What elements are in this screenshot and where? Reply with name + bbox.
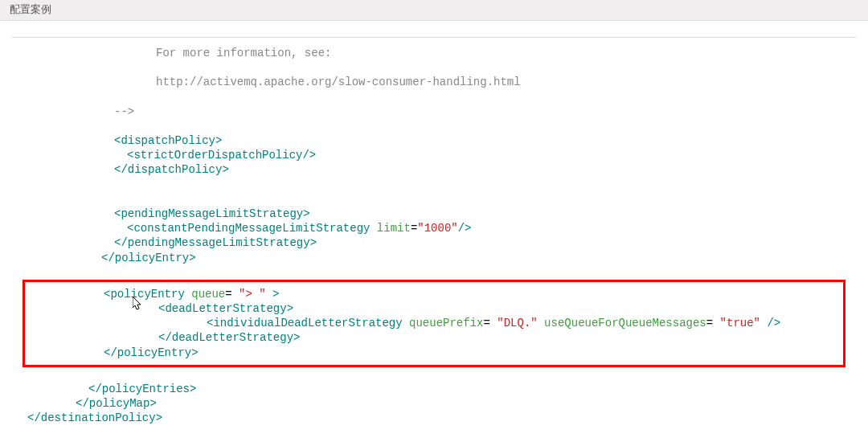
xml-val: "DLQ."	[497, 317, 537, 329]
policy-map-close: </policyMap>	[27, 396, 841, 411]
blank-line	[27, 192, 841, 207]
xml-tag: constantPendingMessageLimitStrategy	[133, 222, 370, 235]
pending-message-close: </pendingMessageLimitStrategy>	[27, 235, 841, 250]
code-viewer[interactable]: For more information, see: http://active…	[11, 37, 857, 434]
policy-entry-open: <policyEntry queue= "> " >	[30, 287, 838, 301]
xml-end: >	[266, 288, 280, 301]
blank-line	[27, 178, 841, 192]
xml-attr: useQueueForQueueMessages	[538, 317, 706, 329]
destination-policy-close: </destinationPolicy>	[27, 411, 841, 425]
policy-entry-close-2: </policyEntry>	[30, 346, 838, 360]
dead-letter-open: <deadLetterStrategy>	[30, 301, 838, 316]
xml-end: />	[458, 222, 472, 235]
pending-message-open: <pendingMessageLimitStrategy>	[27, 207, 841, 221]
xml-val: "true"	[720, 317, 760, 329]
policy-entries-close: </policyEntries>	[27, 382, 841, 396]
comment-line: For more information, see:	[27, 46, 841, 60]
blank-line	[27, 60, 841, 75]
highlighted-section: <policyEntry queue= "> " > <deadLetterSt…	[23, 280, 845, 367]
individual-dead-letter: <individualDeadLetterStrategy queuePrefi…	[30, 316, 838, 330]
dead-letter-close: </deadLetterStrategy>	[30, 330, 838, 345]
dispatch-policy-open: <dispatchPolicy>	[27, 133, 841, 148]
xml-attr: queuePrefix	[403, 317, 484, 329]
xml-eq: =	[483, 317, 497, 329]
xml-val: "> "	[239, 288, 266, 301]
xml-eq: =	[706, 317, 720, 329]
constant-pending: <constantPendingMessageLimitStrategy lim…	[27, 221, 841, 235]
blank-line	[27, 367, 841, 382]
xml-attr: queue	[185, 288, 225, 301]
comment-url: http://activemq.apache.org/slow-consumer…	[27, 75, 841, 89]
xml-end: />	[760, 317, 780, 329]
xml-val: "1000"	[417, 222, 457, 235]
blank-line	[27, 119, 841, 133]
strict-order-dispatch: <strictOrderDispatchPolicy/>	[27, 148, 841, 162]
dispatch-policy-close: </dispatchPolicy>	[27, 162, 841, 177]
blank-line	[27, 89, 841, 104]
header-title: 配置案例	[10, 3, 51, 15]
blank-line	[27, 265, 841, 280]
xml-tag: individualDeadLetterStrategy	[213, 317, 402, 329]
policy-entry-close-1: </policyEntry>	[27, 251, 841, 265]
window-header: 配置案例	[0, 0, 868, 21]
comment-close: -->	[27, 104, 841, 119]
xml-attr: limit	[370, 222, 410, 235]
xml-eq: =	[225, 288, 239, 301]
xml-tag: policyEntry	[110, 288, 184, 301]
